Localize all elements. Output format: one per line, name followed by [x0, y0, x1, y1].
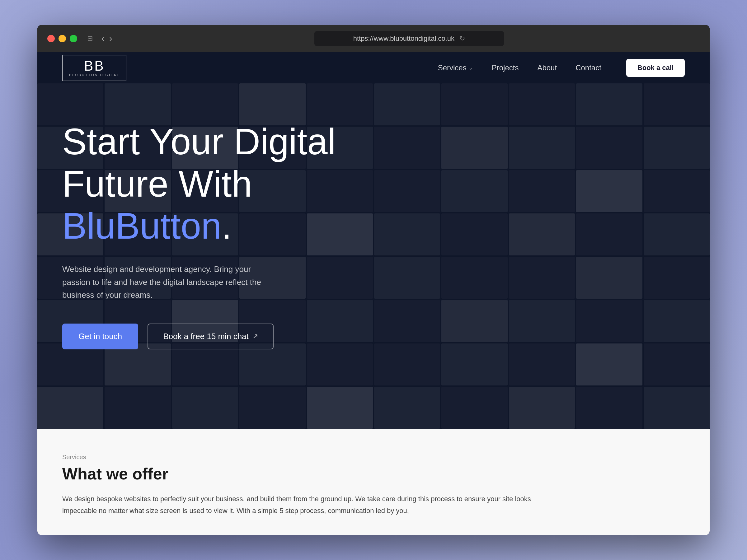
minimize-button[interactable] — [58, 35, 66, 42]
services-description: We design bespoke websites to perfectly … — [62, 493, 560, 516]
logo-letters: BB — [84, 59, 105, 73]
grid-cell — [509, 170, 575, 212]
grid-cell — [374, 300, 440, 342]
grid-cell — [441, 170, 507, 212]
url-text: https://www.blubuttondigital.co.uk — [353, 34, 455, 43]
grid-cell — [307, 387, 373, 429]
nav-links: Services Projects About Contact Book a c… — [438, 59, 685, 77]
grid-cell — [576, 170, 642, 212]
grid-cell — [37, 387, 103, 429]
hero-content: Start Your Digital Future With BluButton… — [37, 83, 380, 374]
grid-cell — [374, 170, 440, 212]
close-button[interactable] — [47, 35, 55, 42]
book-call-button[interactable]: Book a call — [626, 59, 685, 77]
book-chat-label: Book a free 15 min chat — [163, 331, 249, 341]
grid-cell — [441, 387, 507, 429]
grid-cell — [374, 387, 440, 429]
grid-cell — [644, 213, 710, 256]
hero-title-normal: Future With BluButton. — [62, 163, 355, 247]
grid-cell — [374, 344, 440, 385]
hero-buttons: Get in touch Book a free 15 min chat ↗ — [62, 324, 355, 349]
grid-cell — [644, 344, 710, 385]
grid-cell — [374, 213, 440, 256]
grid-cell — [576, 344, 642, 385]
grid-cell — [509, 127, 575, 169]
hero-title-brand: BluButton — [62, 205, 222, 246]
services-section: Services What we offer We design bespoke… — [37, 429, 710, 535]
grid-cell — [441, 344, 507, 385]
grid-cell — [509, 300, 575, 342]
hero-title-line1: Start Your Digital — [62, 121, 355, 163]
grid-cell — [441, 83, 507, 125]
services-label: Services — [62, 454, 685, 461]
forward-button[interactable]: › — [109, 34, 112, 44]
grid-cell — [644, 127, 710, 169]
grid-cell — [441, 127, 507, 169]
logo-tagline: BLUBUTTON DIGITAL — [69, 74, 120, 77]
grid-cell — [576, 387, 642, 429]
grid-cell — [374, 83, 440, 125]
grid-cell — [644, 83, 710, 125]
grid-cell — [576, 257, 642, 299]
nav-about[interactable]: About — [537, 63, 557, 72]
grid-cell — [576, 300, 642, 342]
address-bar[interactable]: https://www.blubuttondigital.co.uk ↻ — [314, 31, 504, 46]
hero-title: Start Your Digital Future With BluButton… — [62, 121, 355, 247]
grid-cell — [374, 127, 440, 169]
book-chat-button[interactable]: Book a free 15 min chat ↗ — [148, 324, 274, 349]
external-link-icon: ↗ — [252, 332, 258, 340]
hero-title-period: . — [222, 205, 232, 246]
grid-cell — [105, 387, 171, 429]
grid-cell — [644, 257, 710, 299]
navigation: BB BLUBUTTON DIGITAL Services Projects A… — [37, 52, 710, 83]
logo[interactable]: BB BLUBUTTON DIGITAL — [62, 55, 126, 81]
grid-cell — [576, 83, 642, 125]
nav-contact[interactable]: Contact — [575, 63, 601, 72]
browser-window: ⊟ ‹ › https://www.blubuttondigital.co.uk… — [37, 25, 710, 535]
traffic-lights — [47, 35, 77, 42]
grid-cell — [509, 213, 575, 256]
maximize-button[interactable] — [70, 35, 77, 42]
grid-cell — [441, 300, 507, 342]
grid-cell — [576, 213, 642, 256]
services-title: What we offer — [62, 464, 685, 483]
sidebar-icon[interactable]: ⊟ — [87, 34, 93, 43]
nav-buttons: ‹ › — [101, 34, 112, 44]
grid-cell — [172, 387, 238, 429]
grid-cell — [644, 170, 710, 212]
grid-cell — [644, 387, 710, 429]
nav-projects[interactable]: Projects — [492, 63, 519, 72]
back-button[interactable]: ‹ — [101, 34, 104, 44]
grid-cell — [441, 257, 507, 299]
nav-services[interactable]: Services — [438, 63, 473, 72]
reload-icon[interactable]: ↻ — [459, 34, 465, 43]
grid-cell — [239, 387, 305, 429]
grid-cell — [509, 344, 575, 385]
grid-cell — [441, 213, 507, 256]
website-content: BB BLUBUTTON DIGITAL Services Projects A… — [37, 52, 710, 535]
grid-cell — [644, 300, 710, 342]
grid-cell — [509, 83, 575, 125]
hero-section: Start Your Digital Future With BluButton… — [37, 83, 710, 429]
browser-chrome: ⊟ ‹ › https://www.blubuttondigital.co.uk… — [37, 25, 710, 52]
grid-cell — [509, 257, 575, 299]
grid-cell — [509, 387, 575, 429]
hero-title-line2: Future With BluButton. — [62, 163, 355, 247]
grid-cell — [576, 127, 642, 169]
hero-subtitle: Website design and development agency. B… — [62, 263, 280, 302]
grid-cell — [374, 257, 440, 299]
get-in-touch-button[interactable]: Get in touch — [62, 324, 138, 349]
